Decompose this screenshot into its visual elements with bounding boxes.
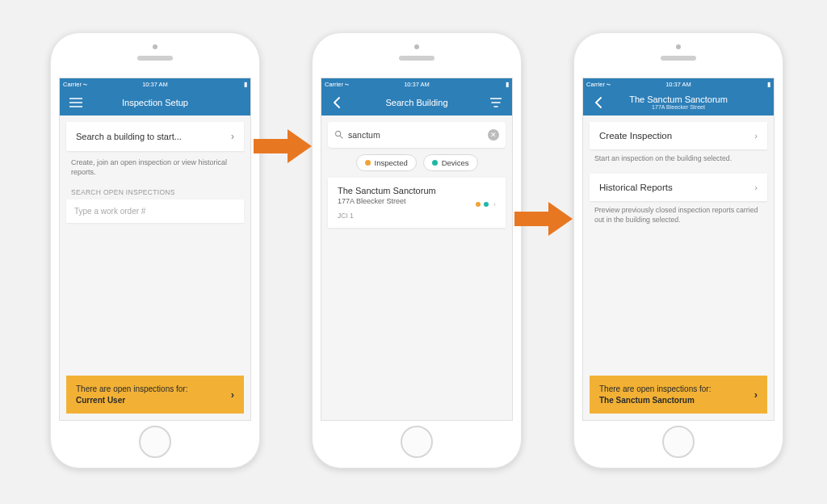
- status-left: Carrier ⏦: [325, 81, 349, 88]
- phone-frame-3: Carrier ⏦ 10:37 AM ▮ The Sanctum Sanctor…: [573, 32, 783, 468]
- content-3: Create Inspection › Start an inspection …: [583, 116, 774, 420]
- clear-search-button[interactable]: ✕: [488, 129, 499, 141]
- status-left: Carrier ⏦: [63, 81, 87, 88]
- back-button[interactable]: [325, 90, 351, 116]
- flow-arrow-2: [514, 202, 573, 236]
- status-dot-teal-icon: [484, 202, 489, 207]
- filter-icon: [490, 98, 502, 107]
- status-time: 10:37 AM: [60, 81, 250, 88]
- screen-1: Carrier ⏦ 10:37 AM ▮ Inspection Setup Se…: [59, 78, 251, 421]
- status-right: ▮: [506, 81, 509, 88]
- screen-3: Carrier ⏦ 10:37 AM ▮ The Sanctum Sanctor…: [582, 78, 775, 421]
- status-bar: Carrier ⏦ 10:37 AM ▮: [321, 78, 512, 90]
- banner-text: There are open inspections for: Current …: [76, 384, 187, 405]
- chip-inspected[interactable]: Inspected: [356, 154, 417, 171]
- result-title: The Sanctum Sanctorum: [338, 186, 496, 195]
- svg-point-0: [335, 131, 340, 136]
- helper-text: Create, join an open inspection or view …: [60, 158, 250, 183]
- work-order-input[interactable]: Type a work order #: [66, 200, 244, 223]
- search-icon: [334, 128, 343, 142]
- chevron-right-icon: ›: [231, 388, 234, 402]
- banner-line1: There are open inspections for:: [76, 384, 187, 395]
- chevron-left-icon: [333, 97, 342, 108]
- menu-button[interactable]: [63, 90, 89, 116]
- status-bar: Carrier ⏦ 10:37 AM ▮: [583, 78, 774, 90]
- phone-camera: [676, 44, 681, 49]
- back-button[interactable]: [586, 90, 612, 116]
- phone-frame-2: Carrier ⏦ 10:37 AM ▮ Search Building: [312, 32, 522, 468]
- chip-devices[interactable]: Devices: [423, 154, 478, 171]
- content-2: sanctum ✕ Inspected Devices The Sanctum …: [321, 116, 512, 420]
- search-input[interactable]: sanctum ✕: [328, 122, 506, 148]
- home-button[interactable]: [401, 426, 433, 458]
- chevron-right-icon: ›: [754, 388, 758, 402]
- create-inspection-label: Create Inspection: [599, 131, 672, 141]
- banner-line1: There are open inspections for:: [599, 384, 711, 395]
- open-inspections-label: SEARCH OPEN INSPECTIONS: [60, 183, 250, 200]
- dot-orange-icon: [365, 160, 371, 166]
- phone-camera: [153, 44, 157, 49]
- historical-reports-row[interactable]: Historical Reports ›: [590, 174, 767, 201]
- nav-title-stack: The Sanctum Sanctorum 177A Bleecker Stre…: [629, 94, 728, 111]
- phone-speaker: [661, 56, 696, 61]
- status-bar: Carrier ⏦ 10:37 AM ▮: [60, 78, 250, 90]
- nav-bar: Inspection Setup: [60, 90, 250, 116]
- nav-title: Inspection Setup: [122, 98, 188, 107]
- status-dot-orange-icon: [476, 202, 481, 207]
- result-subtitle: 177A Bleecker Street: [338, 197, 496, 205]
- nav-subtitle: 177A Bleecker Street: [629, 104, 728, 111]
- chevron-right-icon: ›: [493, 200, 496, 208]
- historical-reports-label: Historical Reports: [599, 183, 673, 192]
- banner-line2: The Sanctum Sanctorum: [599, 395, 711, 406]
- status-right: ▮: [244, 81, 247, 88]
- result-meta: JCI 1: [338, 212, 496, 220]
- open-inspections-banner[interactable]: There are open inspections for: The Sanc…: [590, 376, 767, 414]
- content-1: Search a building to start... › Create, …: [60, 116, 250, 420]
- chevron-right-icon: ›: [754, 183, 758, 192]
- nav-title: The Sanctum Sanctorum: [629, 94, 728, 104]
- chip-inspected-label: Inspected: [375, 158, 408, 167]
- legend-chips: Inspected Devices: [321, 154, 512, 171]
- nav-title: Search Building: [385, 98, 447, 107]
- phone-camera: [414, 44, 419, 49]
- create-inspection-row[interactable]: Create Inspection ›: [590, 122, 767, 149]
- hamburger-icon: [69, 98, 82, 107]
- search-building-row[interactable]: Search a building to start... ›: [66, 122, 244, 151]
- home-button[interactable]: [139, 426, 171, 458]
- open-inspections-banner[interactable]: There are open inspections for: Current …: [66, 376, 244, 414]
- phone-speaker: [399, 56, 434, 61]
- nav-bar: The Sanctum Sanctorum 177A Bleecker Stre…: [583, 90, 774, 116]
- flow-arrow-1: [254, 129, 312, 163]
- chevron-left-icon: [594, 97, 604, 108]
- filter-button[interactable]: [483, 90, 509, 116]
- nav-bar: Search Building: [321, 90, 512, 116]
- historical-reports-desc: Preview previously closed inspection rep…: [583, 201, 774, 227]
- dot-teal-icon: [432, 160, 438, 166]
- status-left: Carrier ⏦: [586, 81, 611, 88]
- result-status-dots: ›: [476, 200, 496, 208]
- search-value: sanctum: [348, 130, 483, 140]
- create-inspection-desc: Start an inspection on the building sele…: [583, 149, 774, 166]
- status-right: ▮: [767, 81, 770, 88]
- home-button[interactable]: [662, 426, 695, 458]
- chevron-right-icon: ›: [231, 131, 234, 142]
- phone-speaker: [137, 56, 173, 61]
- chevron-right-icon: ›: [754, 131, 758, 141]
- banner-line2: Current User: [76, 395, 187, 406]
- banner-text: There are open inspections for: The Sanc…: [599, 384, 711, 405]
- phone-frame-1: Carrier ⏦ 10:37 AM ▮ Inspection Setup Se…: [50, 32, 260, 468]
- screen-2: Carrier ⏦ 10:37 AM ▮ Search Building: [321, 78, 513, 421]
- search-result-row[interactable]: The Sanctum Sanctorum 177A Bleecker Stre…: [328, 178, 506, 228]
- chip-devices-label: Devices: [442, 158, 469, 167]
- status-time: 10:37 AM: [583, 81, 774, 88]
- work-order-placeholder: Type a work order #: [74, 207, 145, 216]
- status-time: 10:37 AM: [321, 81, 512, 88]
- search-building-label: Search a building to start...: [76, 132, 182, 141]
- stage: Carrier ⏦ 10:37 AM ▮ Inspection Setup Se…: [0, 0, 827, 504]
